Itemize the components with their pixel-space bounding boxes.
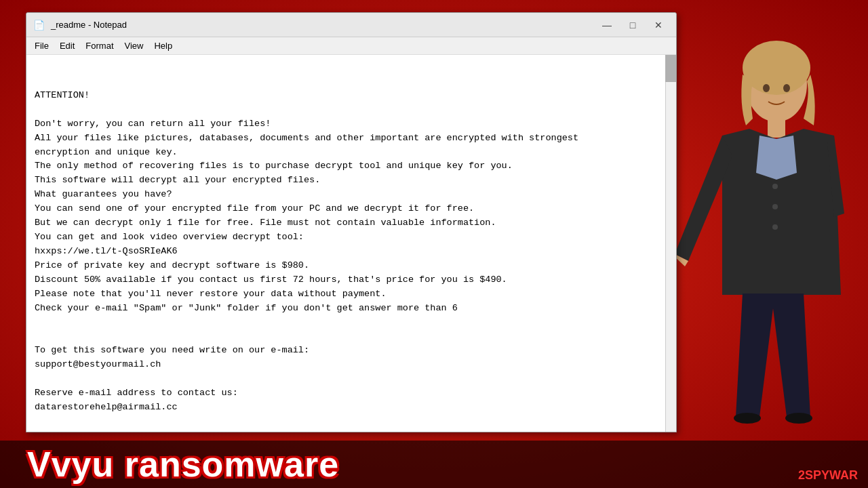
- menu-edit[interactable]: Edit: [54, 39, 80, 52]
- scrollbar-thumb[interactable]: [665, 55, 676, 82]
- menu-file[interactable]: File: [29, 39, 54, 52]
- notepad-window: 📄 _readme - Notepad — □ ✕ File Edit Form…: [26, 12, 677, 432]
- watermark-brand: SPYWAR: [805, 468, 858, 482]
- title-bar-controls: — □ ✕: [595, 16, 671, 35]
- title-bar: 📄 _readme - Notepad — □ ✕: [26, 13, 676, 37]
- notepad-icon: 📄: [32, 18, 45, 32]
- menu-bar: File Edit Format View Help: [26, 37, 676, 55]
- bottom-banner: Vvyu ransomware: [0, 441, 868, 488]
- notepad-text: ATTENTION! Don't worry, you can return a…: [35, 89, 668, 432]
- scrollbar[interactable]: [665, 55, 676, 432]
- window-title: _readme - Notepad: [51, 20, 595, 30]
- menu-help[interactable]: Help: [149, 39, 178, 52]
- close-button[interactable]: ✕: [646, 16, 671, 35]
- ransomware-title: Vvyu ransomware: [27, 444, 339, 485]
- menu-format[interactable]: Format: [80, 39, 119, 52]
- watermark-prefix: 2: [798, 468, 805, 482]
- maximize-button[interactable]: □: [620, 16, 645, 35]
- minimize-button[interactable]: —: [595, 16, 619, 35]
- menu-view[interactable]: View: [119, 39, 149, 52]
- watermark: 2SPYWAR: [798, 468, 858, 483]
- text-area[interactable]: ATTENTION! Don't worry, you can return a…: [26, 55, 676, 432]
